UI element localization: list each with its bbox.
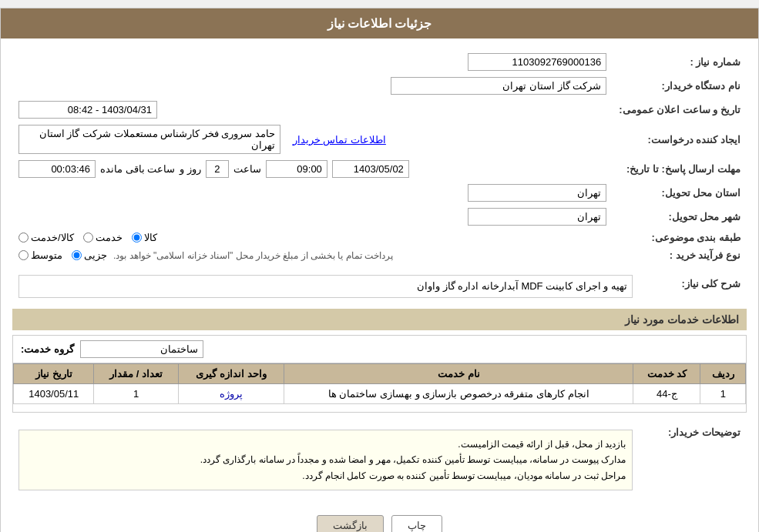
service-group-field: ساختمان [80, 340, 203, 358]
page-title: جزئیات اطلاعات نیاز [327, 17, 432, 30]
page-header: جزئیات اطلاعات نیاز [1, 8, 758, 38]
creator-field: حامد سروری فخر کارشناس مستعملات شرکت گاز… [18, 125, 280, 154]
description-box: تهیه و اجرای کابینت MDF آبدارخانه اداره … [18, 275, 633, 298]
need-number-field: 1103092769000136 [468, 53, 606, 71]
response-days-field: 2 [206, 160, 229, 178]
delivery-province-field: تهران [468, 184, 606, 202]
response-deadline-label: مهلت ارسال پاسخ: تا تاریخ: [613, 157, 747, 181]
content-area: شماره نیاز : 1103092769000136 نام دستگاه… [1, 38, 758, 532]
cell-date: 1403/05/11 [14, 384, 94, 404]
purchase-jozii-radio[interactable] [72, 250, 82, 260]
delivery-province-value: تهران [12, 181, 613, 205]
announcement-date-value: 1403/04/31 - 08:42 [12, 98, 613, 122]
note-line: بازدید از محل، قبل از ارائه قیمت الزامیس… [25, 437, 626, 452]
back-button[interactable]: بازگشت [317, 515, 384, 532]
creator-label: ایجاد کننده درخواست: [613, 122, 747, 157]
cell-qty: 1 [94, 384, 178, 404]
buyer-org-field: شرکت گاز استان تهران [391, 77, 606, 95]
col-radif: ردیف [700, 364, 746, 384]
category-khedmat-option[interactable]: خدمت [83, 232, 123, 243]
cell-radif: 1 [700, 384, 746, 404]
col-unit: واحد اندازه گیری [178, 364, 284, 384]
buyer-notes-value: بازدید از محل، قبل از ارائه قیمت الزامیس… [12, 420, 639, 500]
announcement-date-label: تاریخ و ساعت اعلان عمومی: [613, 98, 747, 122]
service-group-label: گروه خدمت: [21, 343, 74, 355]
purchase-note: پرداخت تمام یا بخشی از مبلغ خریدار محل "… [113, 250, 393, 261]
cell-unit: پروژه [178, 384, 284, 404]
category-kala-label: کالا [144, 232, 157, 243]
delivery-province-label: استان محل تحویل: [613, 181, 747, 205]
announcement-date-field: 1403/04/31 - 08:42 [18, 101, 157, 119]
category-kala-khedmat-label: کالا/خدمت [31, 232, 74, 243]
category-kala-option[interactable]: کالا [132, 232, 157, 243]
description-value: تهیه و اجرای کابینت MDF آبدارخانه اداره … [12, 272, 639, 301]
purchase-jozii-option[interactable]: جزیی [72, 249, 107, 261]
category-kala-khedmat-option[interactable]: کالا/خدمت [18, 232, 74, 243]
cell-name: انجام کارهای متفرقه درخصوص بازسازی و بهس… [284, 384, 633, 404]
description-text: تهیه و اجرای کابینت MDF آبدارخانه اداره … [417, 280, 627, 292]
page-container: جزئیات اطلاعات نیاز شماره نیاز : 1103092… [0, 8, 759, 532]
delivery-city-field: تهران [468, 208, 606, 226]
category-value: کالا/خدمت خدمت کالا [12, 229, 613, 246]
category-khedmat-radio[interactable] [83, 233, 93, 243]
category-label: طبقه بندی موضوعی: [613, 229, 747, 246]
category-kala-radio[interactable] [132, 233, 142, 243]
buyer-notes-label: توضیحات خریدار: [639, 420, 747, 500]
col-name: نام خدمت [284, 364, 633, 384]
response-date-field: 1403/05/02 [332, 160, 409, 178]
table-row: 1 ج-44 انجام کارهای متفرقه درخصوص بازساز… [14, 384, 746, 404]
print-button[interactable]: چاپ [391, 515, 442, 532]
button-row: چاپ بازگشت [12, 507, 747, 532]
purchase-type-label: نوع فرآیند خرید : [613, 246, 747, 264]
service-group-container: گروه خدمت: ساختمان ردیف کد خدمت نام خدمت… [12, 335, 747, 413]
category-khedmat-label: خدمت [96, 232, 123, 243]
need-number-label: شماره نیاز : [613, 50, 747, 74]
response-time-field: 09:00 [266, 160, 327, 178]
purchase-mottavaset-radio[interactable] [18, 250, 29, 260]
services-section-header: اطلاعات خدمات مورد نیاز [12, 309, 747, 330]
purchase-type-value: متوسط جزیی پرداخت تمام یا بخشی از مبلغ خ… [12, 246, 613, 264]
col-code: کد خدمت [633, 364, 700, 384]
note-line: مدارک پیوست در سامانه، میبایست توسط تأمی… [25, 452, 626, 467]
notes-table: توضیحات خریدار: بازدید از محل، قبل از ار… [12, 420, 747, 500]
contact-link[interactable]: اطلاعات تماس خریدار [293, 134, 386, 146]
delivery-city-value: تهران [12, 205, 613, 229]
buyer-org-label: نام دستگاه خریدار: [613, 74, 747, 98]
delivery-city-label: شهر محل تحویل: [613, 205, 747, 229]
response-time-label: ساعت [233, 163, 261, 175]
description-label: شرح کلی نیاز: [639, 272, 747, 301]
category-kala-khedmat-radio[interactable] [18, 233, 29, 243]
response-day-label: روز و [180, 163, 201, 175]
services-table: ردیف کد خدمت نام خدمت واحد اندازه گیری ت… [13, 363, 746, 404]
col-date: تاریخ نیاز [14, 364, 94, 384]
buyer-notes-box: بازدید از محل، قبل از ارائه قیمت الزامیس… [18, 430, 633, 490]
creator-value: اطلاعات تماس خریدار حامد سروری فخر کارشن… [12, 122, 613, 157]
remaining-label: ساعت باقی مانده [100, 163, 175, 175]
response-deadline-value: 00:03:46 ساعت باقی مانده روز و 2 ساعت 09… [12, 157, 613, 181]
cell-code: ج-44 [633, 384, 700, 404]
description-table: شرح کلی نیاز: تهیه و اجرای کابینت MDF آب… [12, 272, 747, 301]
purchase-jozii-label: جزیی [84, 249, 107, 261]
purchase-mottavaset-option[interactable]: متوسط [18, 249, 62, 261]
need-number-value: 1103092769000136 [12, 50, 613, 74]
col-qty: تعداد / مقدار [94, 364, 178, 384]
purchase-mottavaset-label: متوسط [31, 249, 62, 261]
note-line: مراحل ثبت در سامانه مودیان، میبایست توسط… [25, 468, 626, 483]
remaining-time-field: 00:03:46 [18, 160, 96, 178]
buyer-org-value: شرکت گاز استان تهران [12, 74, 613, 98]
info-table: شماره نیاز : 1103092769000136 نام دستگاه… [12, 50, 747, 264]
